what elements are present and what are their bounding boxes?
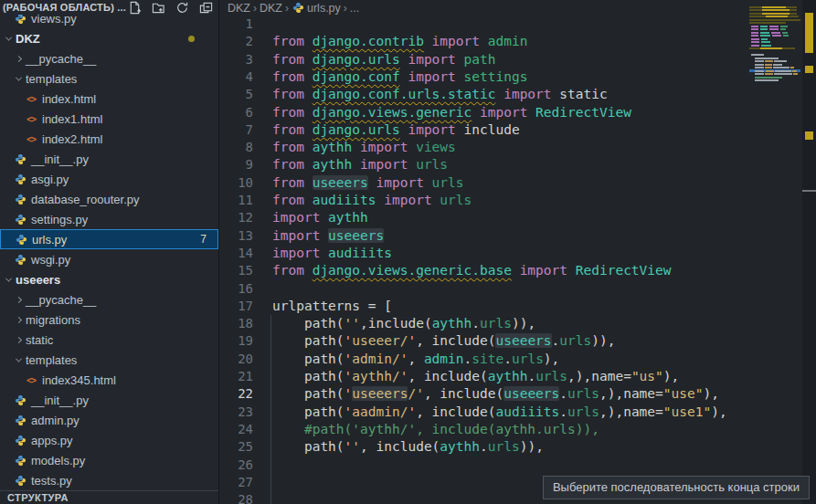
python-icon <box>14 193 26 205</box>
breadcrumb-item-urls-py[interactable]: urls.py <box>291 2 341 15</box>
line-content: path('', include(aythh.urls)), <box>272 438 544 456</box>
tree-item-label: index345.html <box>42 373 116 387</box>
line-number[interactable]: 13 <box>219 227 253 245</box>
line-number[interactable]: 4 <box>219 68 253 86</box>
code-line-17[interactable]: 17urlpatterns = [ <box>219 298 816 315</box>
tree-item-database-roouter-py[interactable]: database_roouter.py <box>0 189 218 209</box>
line-number[interactable]: 28 <box>219 491 253 504</box>
code-line-8[interactable]: 8from aythh import views <box>219 139 816 156</box>
line-number[interactable]: 27 <box>219 474 253 491</box>
tree-item-apps-py[interactable]: apps.py <box>0 430 218 450</box>
tree-item-index2-html[interactable]: <>index2.html <box>0 129 218 149</box>
code-line-24[interactable]: 24 #path('aythh/', include(aythh.urls)), <box>219 421 816 438</box>
code-line-23[interactable]: 23 path('aadmin/', include(audiiits.urls… <box>219 404 816 421</box>
code-line-16[interactable]: 16 <box>219 280 816 298</box>
new-folder-icon[interactable] <box>152 1 165 15</box>
breadcrumb-item--[interactable]: ... <box>350 2 359 15</box>
code-line-22[interactable]: 22 path('useeers/', include(useeers.urls… <box>219 385 816 403</box>
overview-ruler[interactable] <box>802 0 816 504</box>
code-line-10[interactable]: 10from useeers import urls <box>219 174 816 192</box>
python-icon <box>14 394 26 406</box>
code-line-18[interactable]: 18 path('',include(aythh.urls)), <box>219 315 816 332</box>
line-number[interactable]: 11 <box>219 192 253 209</box>
line-number[interactable]: 2 <box>219 33 253 50</box>
code-line-26[interactable]: 26 <box>219 457 816 474</box>
code-line-21[interactable]: 21 path('aythh/', include(aythh.urls,),n… <box>219 368 816 385</box>
tree-item-useeers[interactable]: useeers <box>0 269 218 289</box>
code-line-15[interactable]: 15from django.views.generic.base import … <box>219 262 816 279</box>
line-number[interactable]: 19 <box>219 332 253 350</box>
tree-item-index1-html[interactable]: <>index1.html <box>0 109 218 129</box>
code-line-19[interactable]: 19 path('useeer/', include(useeers.urls)… <box>219 332 816 350</box>
breadcrumb-separator-icon: › <box>344 2 347 15</box>
code-line-2[interactable]: 2from django.contrib import admin <box>219 33 816 50</box>
tree-item--pycache-[interactable]: __pycache__ <box>0 48 218 68</box>
python-icon <box>14 414 26 426</box>
tree-item-index-html[interactable]: <>index.html <box>0 89 218 109</box>
collapse-all-icon[interactable] <box>199 1 213 15</box>
line-number[interactable]: 12 <box>219 209 253 226</box>
code-line-3[interactable]: 3from django.urls import path <box>219 51 816 68</box>
code-line-6[interactable]: 6from django.views.generic import Redire… <box>219 104 816 121</box>
code-line-11[interactable]: 11from audiiits import urls <box>219 192 816 209</box>
line-number[interactable]: 7 <box>219 121 253 139</box>
minimap[interactable] <box>749 0 802 504</box>
line-number[interactable]: 22 <box>219 385 253 403</box>
line-number[interactable]: 3 <box>219 51 253 68</box>
line-number[interactable]: 10 <box>219 174 253 192</box>
code-line-1[interactable]: 1 <box>219 16 816 33</box>
tree-item-settings-py[interactable]: settings.py <box>0 209 218 229</box>
tree-item-admin-py[interactable]: admin.py <box>0 410 218 430</box>
tree-item-models-py[interactable]: models.py <box>0 450 218 470</box>
line-number[interactable]: 20 <box>219 351 253 368</box>
code-editor[interactable]: DKZ›DKZ›urls.py›... 12from django.contri… <box>219 0 816 504</box>
code-line-13[interactable]: 13import useeers <box>219 227 816 245</box>
code-line-7[interactable]: 7from django.urls import include <box>219 121 816 139</box>
tree-item-static[interactable]: static <box>0 330 218 350</box>
line-number[interactable]: 5 <box>219 86 253 103</box>
tree-item-templates[interactable]: templates <box>0 350 218 370</box>
code-line-25[interactable]: 25 path('', include(aythh.urls)), <box>219 438 816 456</box>
line-number[interactable]: 21 <box>219 368 253 385</box>
tree-item-templates[interactable]: templates <box>0 68 218 89</box>
line-number[interactable]: 24 <box>219 421 253 438</box>
line-number[interactable]: 8 <box>219 139 253 156</box>
line-number[interactable]: 1 <box>219 16 253 33</box>
breadcrumb-item-dkz[interactable]: DKZ <box>228 2 250 15</box>
line-number[interactable]: 15 <box>219 262 253 279</box>
code-line-20[interactable]: 20 path('admin/', admin.site.urls), <box>219 351 816 368</box>
tree-item-tests-py[interactable]: tests.py <box>0 470 218 490</box>
line-content: from django.views.generic.base import Re… <box>272 262 672 279</box>
line-number[interactable]: 26 <box>219 457 253 474</box>
outline-section-header[interactable]: СТРУКТУРА <box>0 490 218 504</box>
refresh-icon[interactable] <box>175 1 189 15</box>
line-number[interactable]: 25 <box>219 438 253 456</box>
tree-item--pycache-[interactable]: __pycache__ <box>0 289 218 310</box>
tree-item-wsgi-py[interactable]: wsgi.py <box>0 249 218 269</box>
line-content: from django.contrib import admin <box>272 33 527 50</box>
line-number[interactable]: 6 <box>219 104 253 121</box>
line-number[interactable]: 9 <box>219 156 253 173</box>
code-line-9[interactable]: 9from aythh import urls <box>219 156 816 173</box>
line-number[interactable]: 23 <box>219 404 253 421</box>
tree-item-asgi-py[interactable]: asgi.py <box>0 169 218 189</box>
breadcrumb-item-dkz[interactable]: DKZ <box>260 2 282 15</box>
code-line-14[interactable]: 14import audiiits <box>219 245 816 262</box>
tree-item-label: __init__.py <box>31 394 89 407</box>
chevron-down-icon <box>5 34 12 40</box>
line-number[interactable]: 18 <box>219 315 253 332</box>
line-number[interactable]: 16 <box>219 280 253 298</box>
code-line-5[interactable]: 5from django.conf.urls.static import sta… <box>219 86 816 103</box>
line-number[interactable]: 14 <box>219 245 253 262</box>
tree-item-urls-py[interactable]: urls.py7 <box>0 229 218 249</box>
workspace-section-header[interactable]: (РАБОЧАЯ ОБЛАСТЬ) ... <box>0 0 218 15</box>
tree-item-dkz[interactable]: DKZ <box>0 28 218 48</box>
tree-item-migrations[interactable]: migrations <box>0 310 218 330</box>
line-number[interactable]: 17 <box>219 298 253 315</box>
code-line-4[interactable]: 4from django.conf import settings <box>219 68 816 86</box>
code-line-12[interactable]: 12import aythh <box>219 209 816 226</box>
tree-item--init-py[interactable]: __init__.py <box>0 149 218 169</box>
tree-item--init-py[interactable]: __init__.py <box>0 390 218 410</box>
tree-item-index345-html[interactable]: <>index345.html <box>0 370 218 390</box>
new-file-icon[interactable] <box>128 1 142 15</box>
